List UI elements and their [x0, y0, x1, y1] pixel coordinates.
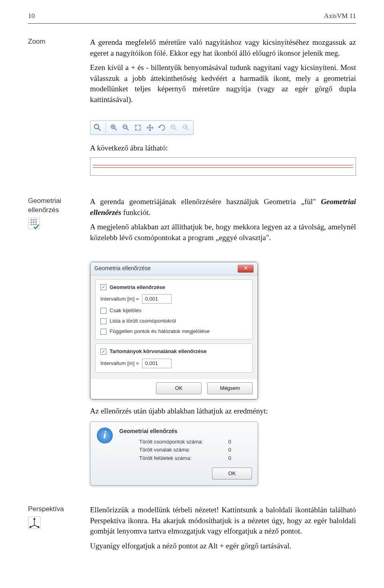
zoom-figure-caption: A következő ábra látható: — [90, 143, 356, 154]
section-label-perspective: Perspektíva — [28, 505, 90, 514]
interval-label: Intervallum [m] = — [100, 295, 139, 303]
opt-selection-label: Csak kijelölés — [110, 307, 141, 314]
checkbox-domain-outline[interactable] — [100, 349, 106, 355]
result-info-dialog: i Geometriai ellenőrzés Törölt csomópont… — [90, 421, 258, 486]
group2-title: Tartományok körvonalának ellenőrzése — [110, 348, 207, 355]
perspective-icon[interactable] — [28, 516, 41, 532]
interval-input[interactable]: 0,001 — [142, 294, 172, 304]
pan-icon[interactable] — [145, 123, 155, 132]
geom-check-paragraph-2: A megjelenő ablakban azt állíthatjuk be,… — [90, 222, 356, 243]
group1-title: Geometria ellenőrzése — [110, 284, 165, 291]
close-icon[interactable]: ✕ — [238, 265, 254, 273]
page-number: 10 — [28, 12, 35, 20]
rotate-icon[interactable] — [157, 123, 167, 132]
geometry-check-icon[interactable] — [28, 217, 40, 232]
svg-line-13 — [187, 128, 189, 130]
zoom-next-icon[interactable] — [181, 123, 191, 132]
dialog-title: Geometria ellenőrzése — [94, 265, 151, 273]
app-title: AxisVM 11 — [324, 12, 356, 20]
info-line: Törölt csomópontok száma: 0 — [139, 438, 231, 446]
geom-check-paragraph-1: A gerenda geometriájának ellenőrzésére h… — [90, 197, 356, 218]
cancel-button[interactable]: Mégsem — [207, 382, 253, 394]
svg-line-1 — [98, 128, 101, 130]
beam-figure — [90, 157, 356, 176]
svg-line-7 — [127, 128, 129, 130]
ok-button[interactable]: OK — [156, 382, 202, 394]
zoom-prev-icon[interactable] — [169, 123, 179, 132]
section-label-geom-check: Geometriai ellenőrzés — [28, 197, 90, 215]
checkbox-deleted-list[interactable] — [100, 318, 106, 324]
opt-deleted-list-label: Lista a törölt csomópontokról — [110, 317, 176, 325]
zoom-out-icon[interactable] — [121, 123, 131, 132]
info-dialog-title: Geometriai ellenőrzés — [119, 427, 251, 435]
magnifier-icon[interactable] — [93, 123, 102, 132]
page-header: 10 AxisVM 11 — [28, 12, 356, 20]
zoom-paragraph-2: Ezen kívül a + és - billentyűk benyomásá… — [90, 62, 356, 105]
svg-line-11 — [175, 128, 177, 130]
svg-line-3 — [115, 128, 117, 130]
checkbox-geom-check[interactable] — [100, 284, 106, 290]
info-line: Törölt vonalak száma: 0 — [139, 446, 231, 454]
zoom-fit-icon[interactable] — [133, 123, 143, 132]
checkbox-selection-only[interactable] — [100, 308, 106, 314]
section-label-zoom: Zoom — [28, 37, 90, 46]
perspective-paragraph-1: Ellenőrizzük a modellünk térbeli nézetet… — [90, 505, 356, 537]
zoom-toolbar — [90, 120, 194, 135]
interval2-label: Intervallum [m] = — [100, 360, 139, 367]
info-line: Törölt felületek száma: 0 — [139, 455, 231, 462]
zoom-in-icon[interactable] — [109, 123, 119, 132]
info-ok-button[interactable]: OK — [212, 468, 252, 480]
opt-independent-label: Független pontok és hálózatok megjelölés… — [110, 328, 210, 335]
info-icon: i — [97, 427, 113, 444]
result-caption: Az ellenőrzés után újabb ablakban láthat… — [90, 406, 356, 417]
checkbox-independent[interactable] — [100, 329, 106, 335]
perspective-paragraph-2: Ugyanígy elforgatjuk a néző pontot az Al… — [90, 541, 356, 552]
svg-point-0 — [94, 124, 99, 128]
zoom-paragraph-1: A gerenda megfelelő méretűre való nagyít… — [90, 37, 356, 58]
header-rule — [28, 23, 356, 24]
interval2-input[interactable]: 0,001 — [142, 359, 172, 368]
geometry-check-dialog: Geometria ellenőrzése ✕ Geometria ellenő… — [90, 262, 258, 400]
